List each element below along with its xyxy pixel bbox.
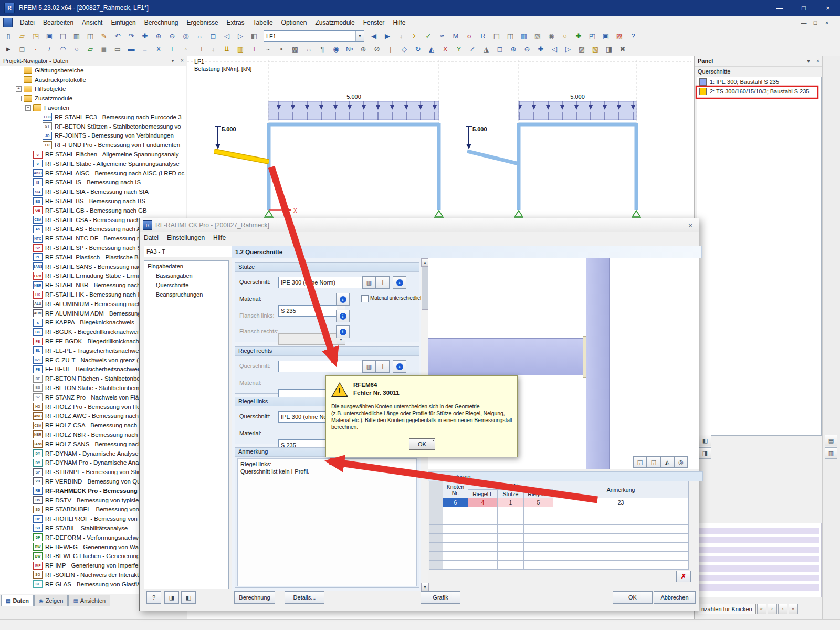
- dialog-close-icon[interactable]: ×: [684, 220, 697, 230]
- support-forces-icon[interactable]: R: [477, 30, 489, 42]
- show-loads-icon[interactable]: ↓: [395, 30, 407, 42]
- table-empty-row[interactable]: [429, 525, 689, 534]
- numbering-icon[interactable]: №: [343, 44, 356, 55]
- prev-loadcase-icon[interactable]: ◀: [368, 30, 380, 42]
- bottom-table-tab[interactable]: nzahlen für Knicken: [698, 604, 756, 614]
- view-x-icon[interactable]: X: [439, 44, 452, 55]
- opening-icon[interactable]: ▭: [111, 44, 124, 55]
- navigator-tab[interactable]: ▦ Ansichten: [68, 595, 110, 606]
- format-brush-icon[interactable]: ✎: [98, 30, 110, 42]
- new-file-icon[interactable]: ▯: [2, 30, 15, 42]
- next-view2-icon[interactable]: ▷: [562, 44, 574, 55]
- member-icon[interactable]: ▬: [125, 44, 138, 55]
- view-isometric-icon[interactable]: ◭: [660, 456, 674, 468]
- export-button[interactable]: ◨: [164, 591, 179, 604]
- cell-knoten[interactable]: 6: [443, 498, 468, 507]
- measure-icon[interactable]: Ø: [371, 44, 383, 55]
- flansch-links-info-button[interactable]: i: [336, 310, 350, 322]
- member-load-icon[interactable]: ⇊: [220, 44, 233, 55]
- zoom-view-icon[interactable]: ◎: [674, 456, 688, 468]
- navigator-tree-item[interactable]: − Favoriten: [0, 103, 186, 112]
- expander-icon[interactable]: +: [16, 86, 22, 92]
- deformation-icon[interactable]: ≈: [436, 30, 448, 42]
- select-window-icon[interactable]: ◻: [16, 44, 28, 55]
- navigator-tree-item[interactable]: AISC RF-STAHL AISC - Bemessung nach AISC…: [0, 169, 186, 178]
- section-info-button[interactable]: i: [393, 276, 406, 289]
- abbrechen-button[interactable]: Abbrechen: [654, 591, 696, 604]
- colors-icon[interactable]: ▧: [589, 44, 602, 55]
- nav-root[interactable]: Eingabedaten: [148, 263, 183, 269]
- previous-view-icon[interactable]: ◁: [220, 30, 233, 42]
- perspective-icon[interactable]: ◮: [480, 44, 492, 55]
- menu-item[interactable]: Tabelle: [249, 17, 277, 28]
- riegel-rechts-querschnitt-combobox[interactable]: ▼: [278, 361, 371, 372]
- first-page-icon[interactable]: «: [757, 604, 766, 614]
- menu-item[interactable]: Ansicht: [78, 17, 107, 28]
- solid-icon[interactable]: ◼: [98, 44, 110, 55]
- views-icon[interactable]: ◰: [586, 30, 598, 42]
- cell-riegel-l[interactable]: 4: [468, 498, 498, 507]
- navigator-tree-item[interactable]: Ausdruckprotokolle: [0, 75, 186, 85]
- save-icon[interactable]: ▣: [43, 30, 56, 42]
- navigator-tree-item[interactable]: EC3 RF-STAHL EC3 - Bemessung nach Euroco…: [0, 112, 186, 122]
- print-icon[interactable]: ▤: [57, 30, 69, 42]
- dialog-menu-item[interactable]: Einstellungen: [163, 232, 209, 244]
- pan-view-icon[interactable]: ↔: [193, 30, 206, 42]
- cell-anmerkung[interactable]: 23: [553, 498, 689, 507]
- copy-icon[interactable]: ◫: [84, 30, 97, 42]
- zoom-out-icon[interactable]: ⊖: [166, 30, 178, 42]
- nav-item-basisangaben[interactable]: Basisangaben: [156, 272, 193, 279]
- mesh-node-icon[interactable]: ▪: [275, 44, 288, 55]
- rotate-icon[interactable]: ↻: [412, 44, 424, 55]
- center-icon[interactable]: ⊕: [357, 44, 370, 55]
- table-toggle-icon[interactable]: ▧: [531, 30, 544, 42]
- navigator-tree-item[interactable]: σ RF-STAHL Stäbe - Allgemeine Spannungsa…: [0, 159, 186, 169]
- cell-stuetze[interactable]: 1: [498, 498, 524, 507]
- pin-icon[interactable]: ▾: [804, 57, 813, 65]
- view-z-icon[interactable]: Z: [466, 44, 479, 55]
- navigator-tree-item[interactable]: JO RF-JOINTS - Bemessung von Verbindunge…: [0, 131, 186, 141]
- view-side-icon[interactable]: ◲: [647, 456, 660, 468]
- menu-item[interactable]: Zusatzmodule: [311, 17, 359, 28]
- table-data-row[interactable]: 6 4 1 5 23: [429, 498, 689, 507]
- cross-section-item[interactable]: 1: IPE 300; Baustahl S 235: [697, 77, 821, 87]
- help-icon[interactable]: ?: [627, 30, 639, 42]
- zoom-plus-icon[interactable]: ⊕: [507, 44, 520, 55]
- material-info-button[interactable]: i: [336, 293, 350, 306]
- redo-icon[interactable]: ↷: [125, 30, 138, 42]
- navigator-tree-item[interactable]: SIA RF-STAHL SIA - Bemessung nach SIA: [0, 187, 186, 196]
- zoom-minus-icon[interactable]: ⊖: [521, 44, 533, 55]
- berechnung-button[interactable]: Berechnung: [234, 591, 275, 604]
- navigator-tree-item[interactable]: FU RF-FUND Pro - Bemessung von Fundament…: [0, 140, 186, 150]
- design-case-combobox[interactable]: FA3 - T ▼: [144, 246, 240, 257]
- imperfection-icon[interactable]: ~: [261, 44, 274, 55]
- nodal-load-icon[interactable]: ↓: [207, 44, 219, 55]
- navigator-close-icon[interactable]: ×: [177, 57, 187, 65]
- temperature-icon[interactable]: T: [248, 44, 260, 55]
- mdi-restore-icon[interactable]: □: [810, 17, 821, 28]
- guide-line-icon[interactable]: |: [384, 44, 397, 55]
- search-icon[interactable]: ◎: [180, 30, 192, 42]
- details-button[interactable]: Details...: [285, 591, 324, 604]
- flansch-rechts-info-button[interactable]: i: [336, 326, 350, 338]
- open-project-icon[interactable]: ▱: [16, 30, 28, 42]
- select-icon[interactable]: ►: [2, 44, 15, 55]
- cell-riegel-r[interactable]: 5: [524, 498, 553, 507]
- section-info-button[interactable]: i: [393, 360, 406, 373]
- view-front-icon[interactable]: ◱: [633, 456, 647, 468]
- print-graphic-icon[interactable]: ▤: [490, 30, 503, 42]
- comment-icon[interactable]: ¶: [316, 44, 329, 55]
- stuetze-material-combobox[interactable]: S 235 ▼: [278, 305, 345, 317]
- scroll-down-icon[interactable]: ▼: [421, 583, 429, 591]
- full-view-icon[interactable]: ◻: [207, 30, 219, 42]
- dock-button-2[interactable]: ▥: [825, 447, 837, 459]
- nav-item-querschnitte[interactable]: Querschnitte: [156, 282, 188, 288]
- navigator-tree-item[interactable]: ST RF-BETON Stützen - Stahlbetonbemessun…: [0, 122, 186, 131]
- material-unterschiedlich-checkbox[interactable]: [361, 295, 369, 302]
- copy-graphic-icon[interactable]: ◫: [504, 30, 517, 42]
- select-special-icon[interactable]: ◨: [603, 44, 615, 55]
- next-loadcase-icon[interactable]: ▶: [381, 30, 394, 42]
- frame-right[interactable]: [467, 123, 636, 210]
- import-button[interactable]: ◧: [181, 591, 196, 604]
- last-page-icon[interactable]: »: [789, 604, 798, 614]
